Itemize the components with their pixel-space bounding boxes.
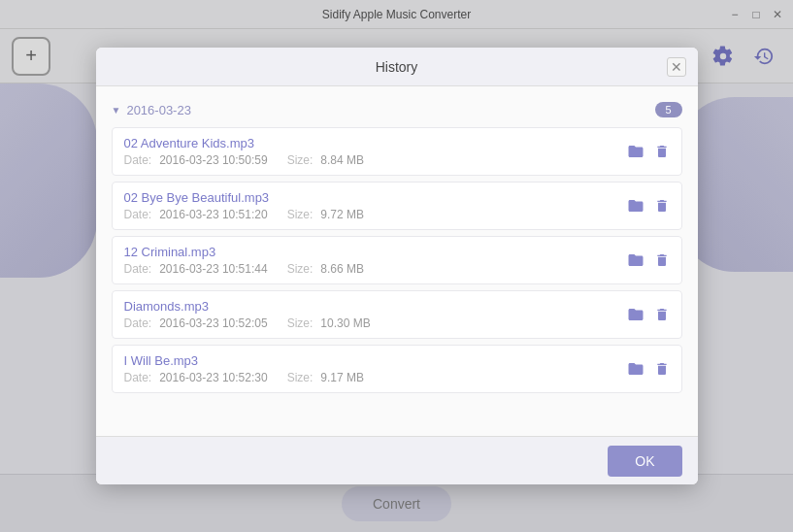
history-modal: History ✕ ▼ 2016-03-23 5 02 Adventure Ki… bbox=[96, 48, 698, 484]
file-info: 02 Bye Bye Beautiful.mp3 Date: 2016-03-2… bbox=[124, 190, 611, 221]
size-value: 8.84 MB bbox=[320, 153, 364, 167]
app-window: Sidify Apple Music Converter − □ ✕ + bbox=[0, 0, 793, 532]
date-label: Date: bbox=[124, 153, 152, 167]
date-label: Date: bbox=[124, 208, 152, 221]
size-value: 10.30 MB bbox=[320, 316, 370, 330]
delete-icon[interactable] bbox=[654, 198, 670, 214]
date-group-header: ▼ 2016-03-23 5 bbox=[112, 98, 682, 121]
date-value: 2016-03-23 10:52:05 bbox=[159, 316, 267, 330]
date-group-label: 2016-03-23 bbox=[126, 103, 191, 117]
size-label: Size: bbox=[287, 262, 314, 276]
modal-body: ▼ 2016-03-23 5 02 Adventure Kids.mp3 Dat… bbox=[96, 86, 698, 436]
open-folder-icon[interactable] bbox=[627, 197, 644, 215]
file-name: 12 Criminal.mp3 bbox=[124, 245, 611, 259]
delete-icon[interactable] bbox=[654, 361, 670, 377]
open-folder-icon[interactable] bbox=[627, 251, 644, 269]
delete-icon[interactable] bbox=[654, 144, 670, 159]
file-info: 12 Criminal.mp3 Date: 2016-03-23 10:51:4… bbox=[124, 245, 611, 276]
size-label: Size: bbox=[287, 208, 314, 221]
size-value: 8.66 MB bbox=[320, 262, 364, 276]
file-actions bbox=[627, 197, 670, 215]
date-group-title: ▼ 2016-03-23 bbox=[112, 103, 191, 117]
file-actions bbox=[627, 251, 670, 269]
file-meta: Date: 2016-03-23 10:51:44 Size: 8.66 MB bbox=[124, 262, 611, 276]
file-row: 02 Adventure Kids.mp3 Date: 2016-03-23 1… bbox=[112, 127, 682, 176]
date-label: Date: bbox=[124, 371, 152, 384]
size-label: Size: bbox=[287, 316, 314, 330]
file-actions bbox=[627, 143, 670, 160]
delete-icon[interactable] bbox=[654, 252, 670, 268]
file-info: I Will Be.mp3 Date: 2016-03-23 10:52:30 … bbox=[124, 353, 611, 384]
date-label: Date: bbox=[124, 262, 152, 276]
open-folder-icon[interactable] bbox=[627, 360, 644, 378]
file-meta: Date: 2016-03-23 10:51:20 Size: 9.72 MB bbox=[124, 208, 611, 221]
date-label: Date: bbox=[124, 316, 152, 330]
size-label: Size: bbox=[287, 371, 314, 384]
file-info: 02 Adventure Kids.mp3 Date: 2016-03-23 1… bbox=[124, 136, 611, 167]
file-info: Diamonds.mp3 Date: 2016-03-23 10:52:05 S… bbox=[124, 299, 611, 330]
file-name: Diamonds.mp3 bbox=[124, 299, 611, 314]
file-row: Diamonds.mp3 Date: 2016-03-23 10:52:05 S… bbox=[112, 290, 682, 339]
delete-icon[interactable] bbox=[654, 307, 670, 322]
date-value: 2016-03-23 10:50:59 bbox=[159, 153, 267, 167]
ok-button[interactable]: OK bbox=[608, 446, 681, 477]
file-row: 12 Criminal.mp3 Date: 2016-03-23 10:51:4… bbox=[112, 236, 682, 284]
collapse-icon[interactable]: ▼ bbox=[112, 105, 121, 116]
file-actions bbox=[627, 306, 670, 323]
open-folder-icon[interactable] bbox=[627, 143, 644, 160]
size-value: 9.17 MB bbox=[320, 371, 364, 384]
modal-header: History ✕ bbox=[96, 48, 698, 86]
date-value: 2016-03-23 10:51:20 bbox=[159, 208, 267, 221]
modal-title: History bbox=[376, 59, 418, 75]
date-value: 2016-03-23 10:52:30 bbox=[159, 371, 267, 384]
date-value: 2016-03-23 10:51:44 bbox=[159, 262, 267, 276]
file-meta: Date: 2016-03-23 10:52:30 Size: 9.17 MB bbox=[124, 371, 611, 384]
size-value: 9.72 MB bbox=[320, 208, 364, 221]
size-label: Size: bbox=[287, 153, 314, 167]
file-meta: Date: 2016-03-23 10:50:59 Size: 8.84 MB bbox=[124, 153, 611, 167]
file-name: 02 Bye Bye Beautiful.mp3 bbox=[124, 190, 611, 205]
modal-overlay: History ✕ ▼ 2016-03-23 5 02 Adventure Ki… bbox=[0, 0, 793, 532]
count-badge: 5 bbox=[655, 102, 682, 117]
file-row: 02 Bye Bye Beautiful.mp3 Date: 2016-03-2… bbox=[112, 182, 682, 230]
modal-footer: OK bbox=[96, 436, 698, 484]
file-meta: Date: 2016-03-23 10:52:05 Size: 10.30 MB bbox=[124, 316, 611, 330]
file-actions bbox=[627, 360, 670, 378]
file-name: I Will Be.mp3 bbox=[124, 353, 611, 368]
file-row: I Will Be.mp3 Date: 2016-03-23 10:52:30 … bbox=[112, 345, 682, 393]
file-list: 02 Adventure Kids.mp3 Date: 2016-03-23 1… bbox=[112, 127, 682, 393]
file-name: 02 Adventure Kids.mp3 bbox=[124, 136, 611, 150]
modal-close-button[interactable]: ✕ bbox=[667, 57, 686, 77]
open-folder-icon[interactable] bbox=[627, 306, 644, 323]
